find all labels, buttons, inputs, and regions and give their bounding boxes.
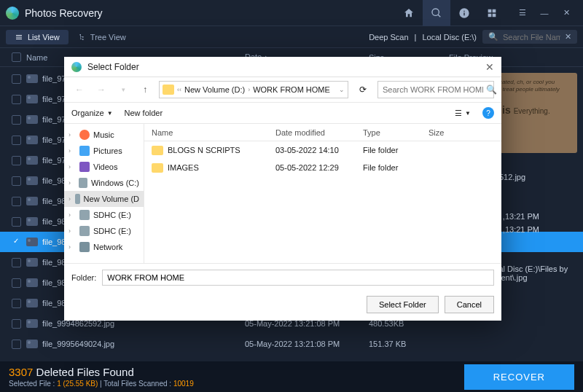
expand-icon[interactable]: › — [69, 131, 76, 138]
row-checkbox[interactable] — [12, 115, 21, 125]
info-icon[interactable] — [450, 0, 478, 26]
image-icon — [26, 115, 38, 124]
table-row[interactable]: file_9995649024.jpg 05-May-2022 13:21:08… — [0, 334, 583, 354]
divider: | — [415, 33, 417, 42]
file-name: file_97 — [42, 156, 66, 165]
app-logo-icon — [6, 7, 19, 20]
expand-icon[interactable]: › — [69, 211, 76, 219]
image-icon — [26, 278, 38, 287]
view-mode-button[interactable]: ☰ ▼ — [455, 109, 471, 118]
search-box[interactable]: 🔍 ✕ — [482, 30, 577, 44]
fv-col-name[interactable]: Name — [152, 128, 275, 137]
close-button[interactable]: ✕ — [555, 0, 577, 26]
image-icon — [26, 95, 38, 103]
grid-icon[interactable] — [478, 0, 506, 26]
dialog-search[interactable]: 🔍 — [377, 81, 494, 98]
expand-icon[interactable]: › — [69, 147, 76, 154]
row-checkbox[interactable] — [12, 319, 21, 329]
row-checkbox[interactable] — [12, 156, 21, 165]
tree-item[interactable]: ›Videos — [64, 159, 144, 175]
folder-input[interactable] — [102, 270, 494, 286]
row-checkbox[interactable] — [12, 74, 21, 84]
ic-music-icon — [79, 130, 90, 140]
breadcrumb-drive[interactable]: New Volume (D:) — [184, 85, 245, 94]
refresh-icon[interactable]: ⟳ — [354, 85, 372, 95]
row-checkbox[interactable] — [12, 95, 21, 104]
folder-row[interactable]: IMAGES 05-05-2022 12:29 File folder — [144, 159, 501, 176]
scan-icon[interactable] — [423, 0, 450, 26]
expand-icon[interactable]: › — [69, 179, 75, 187]
folder-row[interactable]: BLOGS N SCRIPTS 03-05-2022 14:10 File fo… — [144, 141, 501, 159]
breadcrumb-folder[interactable]: WORK FROM HOME — [253, 85, 330, 94]
nav-forward-icon[interactable]: → — [93, 82, 109, 98]
expand-icon[interactable]: › — [69, 195, 71, 203]
organize-button[interactable]: Organize ▼ — [71, 109, 113, 117]
tree-item[interactable]: ›Music — [64, 127, 144, 143]
titlebar: Photos Recovery ☰ — ✕ — [0, 0, 583, 26]
breadcrumb[interactable]: ‹‹ New Volume (D:) › WORK FROM HOME ⌄ — [159, 81, 348, 98]
ic-drive-icon — [79, 210, 90, 220]
row-checkbox[interactable] — [12, 299, 21, 308]
file-name: file_98 — [42, 176, 66, 185]
folder-type: File folder — [363, 146, 429, 154]
nav-back-icon[interactable]: ← — [71, 82, 87, 98]
select-all-checkbox[interactable] — [12, 52, 21, 62]
cancel-button[interactable]: Cancel — [445, 296, 494, 313]
image-icon — [26, 340, 38, 348]
tree-item[interactable]: ›Windows (C:) — [64, 175, 144, 191]
tree-item[interactable]: ›SDHC (E:) — [64, 223, 144, 239]
minimize-button[interactable]: — — [533, 0, 555, 26]
row-checkbox[interactable] — [12, 197, 21, 206]
folder-type: File folder — [363, 163, 429, 172]
row-checkbox[interactable] — [12, 217, 21, 227]
row-checkbox[interactable] — [12, 238, 21, 247]
row-checkbox[interactable] — [12, 278, 21, 288]
image-icon — [26, 74, 38, 83]
tree-item[interactable]: ›Pictures — [64, 143, 144, 159]
new-folder-button[interactable]: New folder — [125, 109, 163, 117]
ic-pic-icon — [79, 146, 90, 156]
expand-icon[interactable]: › — [69, 163, 76, 170]
clear-icon[interactable]: ✕ — [565, 32, 571, 42]
tab-tree-view[interactable]: Tree View — [69, 30, 135, 44]
image-icon — [26, 319, 38, 328]
nav-dropdown-icon[interactable]: ▾ — [115, 82, 131, 98]
found-count: 3307 — [9, 366, 33, 378]
dialog-close-button[interactable]: ✕ — [485, 61, 494, 73]
file-name: file_98 — [42, 258, 66, 267]
row-checkbox[interactable] — [12, 258, 21, 267]
search-icon: 🔍 — [486, 85, 497, 95]
fv-col-type[interactable]: Type — [363, 128, 429, 137]
ic-drive-icon — [79, 178, 87, 188]
tab-list-view[interactable]: List View — [6, 30, 69, 44]
row-checkbox[interactable] — [12, 176, 21, 186]
file-name: file_9995649024.jpg — [42, 340, 114, 348]
tree-item[interactable]: ›SDHC (E:) — [64, 207, 144, 223]
row-checkbox[interactable] — [12, 340, 21, 349]
tree-item[interactable]: ›Network — [64, 239, 144, 255]
nav-up-icon[interactable]: ↑ — [137, 82, 153, 98]
dialog-logo-icon — [71, 62, 82, 72]
tree-item[interactable]: ›New Volume (D — [64, 191, 144, 207]
file-name: file_97 — [42, 74, 66, 83]
dialog-toolbar: Organize ▼ New folder ☰ ▼ ? — [64, 102, 501, 124]
file-name: file_98 — [42, 299, 66, 307]
fv-col-date[interactable]: Date modified — [275, 128, 363, 137]
recover-button[interactable]: RECOVER — [464, 364, 574, 390]
expand-icon[interactable]: › — [69, 243, 76, 251]
help-icon[interactable]: ? — [482, 107, 494, 119]
footer-stats: Selected File : 1 (25.55 KB) | Total Fil… — [9, 380, 464, 388]
tree-label: Videos — [93, 162, 117, 171]
home-icon[interactable] — [395, 0, 423, 26]
ic-net-icon — [79, 242, 90, 252]
fv-col-size[interactable]: Size — [429, 128, 494, 137]
row-checkbox[interactable] — [12, 136, 21, 145]
chevron-down-icon[interactable]: ⌄ — [339, 86, 345, 93]
dialog-search-input[interactable] — [383, 85, 483, 94]
select-folder-button[interactable]: Select Folder — [367, 296, 439, 313]
search-input[interactable] — [503, 33, 560, 42]
ic-vid-icon — [79, 162, 90, 172]
image-icon — [26, 258, 38, 267]
menu-button[interactable]: ☰ — [512, 0, 533, 26]
expand-icon[interactable]: › — [69, 227, 76, 235]
